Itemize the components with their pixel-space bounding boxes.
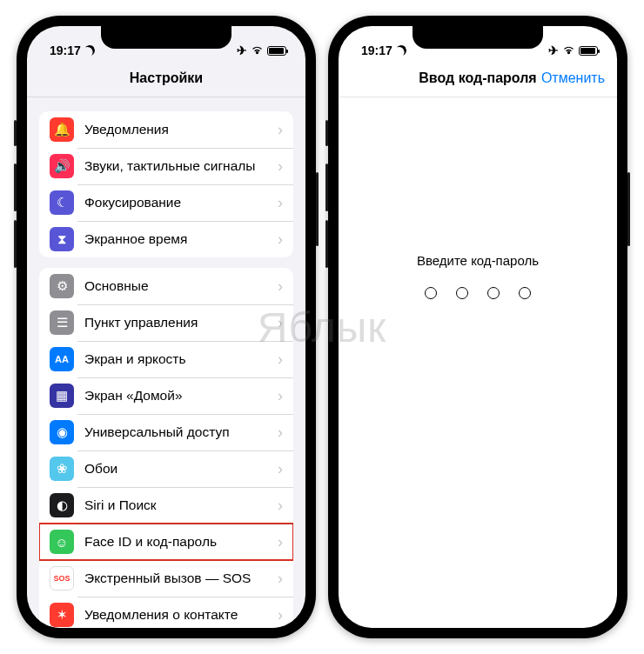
settings-row[interactable]: AAЭкран и яркость› bbox=[39, 341, 293, 377]
settings-row[interactable]: ☰Пункт управления› bbox=[39, 304, 293, 341]
battery-icon bbox=[267, 46, 286, 56]
chevron-right-icon: › bbox=[278, 230, 283, 249]
status-time: 19:17 bbox=[361, 43, 392, 57]
dnd-icon bbox=[83, 43, 96, 57]
chevron-right-icon: › bbox=[278, 157, 283, 176]
phone-right: 19:17 ✈ Ввод код-пароля Отменить Введите… bbox=[328, 16, 627, 638]
phone-left: 19:17 ✈ Настройки 🔔Уведомления›🔊Звуки, т… bbox=[17, 16, 316, 638]
battery-icon bbox=[579, 46, 598, 56]
row-label: Пункт управления bbox=[84, 315, 278, 330]
settings-row[interactable]: SOSЭкстренный вызов — SOS› bbox=[39, 560, 293, 597]
notch bbox=[413, 26, 543, 49]
speaker-icon: 🔊 bbox=[50, 154, 74, 178]
chevron-right-icon: › bbox=[278, 121, 283, 139]
row-label: Экран «Домой» bbox=[84, 388, 278, 404]
silence-switch bbox=[14, 120, 17, 146]
airplane-icon: ✈ bbox=[548, 43, 559, 57]
chevron-right-icon: › bbox=[278, 350, 283, 369]
volume-up bbox=[14, 164, 17, 211]
passcode-dot bbox=[519, 287, 531, 299]
settings-row[interactable]: 🔔Уведомления› bbox=[39, 111, 293, 148]
chevron-right-icon: › bbox=[278, 606, 283, 624]
page-title: Настройки bbox=[130, 70, 203, 86]
row-label: Экран и яркость bbox=[84, 351, 278, 367]
nav-header: Настройки bbox=[27, 59, 305, 97]
settings-row[interactable]: ❀Обои› bbox=[39, 450, 293, 487]
settings-row[interactable]: ◐Siri и Поиск› bbox=[39, 487, 293, 524]
volume-down bbox=[14, 220, 17, 268]
row-label: Звуки, тактильные сигналы bbox=[84, 158, 278, 174]
accessibility-icon: ◉ bbox=[50, 420, 74, 444]
siri-icon: ◐ bbox=[50, 493, 74, 517]
row-label: Фокусирование bbox=[84, 195, 278, 210]
row-label: Экстренный вызов — SOS bbox=[84, 571, 278, 586]
chevron-right-icon: › bbox=[278, 533, 283, 551]
status-time: 19:17 bbox=[50, 43, 81, 57]
silence-switch bbox=[325, 120, 328, 146]
passcode-prompt: Введите код-пароль bbox=[417, 253, 539, 268]
row-label: Экранное время bbox=[84, 231, 278, 247]
chevron-right-icon: › bbox=[278, 277, 283, 296]
airplane-icon: ✈ bbox=[237, 43, 247, 57]
settings-row[interactable]: ▦Экран «Домой»› bbox=[39, 377, 293, 414]
settings-group-1: 🔔Уведомления›🔊Звуки, тактильные сигналы›… bbox=[39, 111, 293, 257]
aa-icon: AA bbox=[50, 347, 74, 371]
passcode-area: Введите код-пароль bbox=[339, 97, 617, 628]
settings-row[interactable]: ☾Фокусирование› bbox=[39, 184, 293, 221]
row-label: Обои bbox=[84, 461, 278, 477]
passcode-dots[interactable] bbox=[425, 287, 531, 299]
passcode-dot bbox=[425, 287, 437, 299]
passcode-dot bbox=[456, 287, 468, 299]
dnd-icon bbox=[394, 43, 407, 57]
page-title: Ввод код-пароля bbox=[419, 70, 536, 86]
chevron-right-icon: › bbox=[278, 387, 283, 405]
wallpaper-icon: ❀ bbox=[50, 457, 74, 481]
row-label: Siri и Поиск bbox=[84, 497, 278, 513]
settings-row[interactable]: ☺Face ID и код-пароль› bbox=[39, 524, 293, 560]
chevron-right-icon: › bbox=[278, 424, 283, 442]
notch bbox=[101, 26, 231, 49]
chevron-right-icon: › bbox=[278, 570, 283, 588]
wifi-icon bbox=[251, 43, 264, 57]
row-label: Основные bbox=[84, 278, 278, 294]
nav-header: Ввод код-пароля Отменить bbox=[339, 59, 617, 97]
sos-icon: SOS bbox=[50, 566, 74, 591]
settings-row[interactable]: ◉Универсальный доступ› bbox=[39, 414, 293, 450]
grid-icon: ▦ bbox=[50, 384, 74, 408]
bell-icon: 🔔 bbox=[50, 117, 74, 142]
settings-row[interactable]: 🔊Звуки, тактильные сигналы› bbox=[39, 148, 293, 184]
volume-up bbox=[325, 164, 328, 211]
cancel-button[interactable]: Отменить bbox=[541, 70, 605, 86]
settings-content: 🔔Уведомления›🔊Звуки, тактильные сигналы›… bbox=[27, 97, 305, 628]
row-label: Face ID и код-пароль bbox=[84, 534, 278, 550]
settings-group-2: ⚙Основные›☰Пункт управления›AAЭкран и яр… bbox=[39, 268, 293, 628]
power-button bbox=[627, 172, 630, 246]
row-label: Уведомления bbox=[84, 122, 278, 137]
moon-icon: ☾ bbox=[50, 190, 74, 215]
hourglass-icon: ⧗ bbox=[50, 227, 74, 251]
volume-down bbox=[325, 220, 328, 268]
gear-icon: ⚙ bbox=[50, 274, 74, 298]
power-button bbox=[316, 172, 319, 246]
chevron-right-icon: › bbox=[278, 497, 283, 515]
contact-icon: ✶ bbox=[50, 603, 74, 627]
wifi-icon bbox=[562, 43, 575, 57]
settings-row[interactable]: ✶Уведомления о контакте› bbox=[39, 597, 293, 628]
chevron-right-icon: › bbox=[278, 314, 283, 332]
row-label: Универсальный доступ bbox=[84, 424, 278, 440]
sliders-icon: ☰ bbox=[50, 310, 74, 335]
chevron-right-icon: › bbox=[278, 194, 283, 212]
row-label: Уведомления о контакте bbox=[84, 607, 278, 623]
settings-row[interactable]: ⧗Экранное время› bbox=[39, 221, 293, 257]
passcode-dot bbox=[487, 287, 500, 299]
faceid-icon: ☺ bbox=[50, 530, 74, 554]
chevron-right-icon: › bbox=[278, 460, 283, 478]
settings-row[interactable]: ⚙Основные› bbox=[39, 268, 293, 304]
